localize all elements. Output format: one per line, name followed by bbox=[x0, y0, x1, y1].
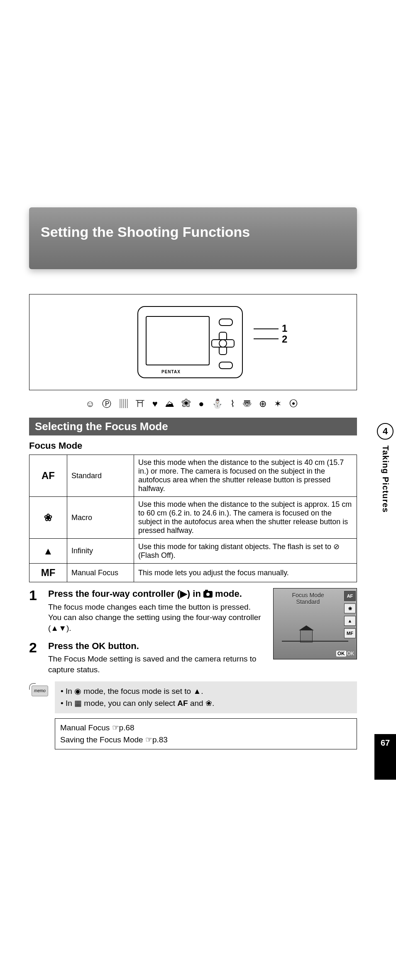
lcd-scene bbox=[282, 628, 332, 645]
memo-line-2: In ▦ mode, you can only select AF and ❀. bbox=[61, 698, 351, 710]
step-description: The focus mode changes each time the but… bbox=[48, 602, 266, 634]
focus-icon: ❀ bbox=[29, 497, 67, 539]
chapter-title: Setting the Shooting Functions bbox=[29, 207, 357, 269]
lcd-option-mf: MF bbox=[344, 628, 356, 638]
page-number: 67 bbox=[374, 734, 396, 780]
table-row: ❀ Macro Use this mode when the distance … bbox=[29, 497, 357, 539]
table-row: AF Standard Use this mode when the dista… bbox=[29, 455, 357, 497]
focus-desc: Use this mode for taking distant objects… bbox=[134, 539, 357, 564]
focus-icon: AF bbox=[29, 455, 67, 497]
callout-number-2: 2 bbox=[282, 333, 287, 345]
brand-label: PENTAX bbox=[161, 370, 181, 374]
focus-name: Macro bbox=[67, 497, 134, 539]
lcd-side-icons: AF ❀ ▲ MF bbox=[344, 591, 355, 638]
focus-mode-table: AF Standard Use this mode when the dista… bbox=[29, 455, 357, 582]
memo-row: memo In ◉ mode, the focus mode is set to… bbox=[29, 681, 357, 713]
dpad-center bbox=[219, 339, 227, 348]
step-number: 1 bbox=[29, 588, 41, 634]
memo-box: In ◉ mode, the focus mode is set to ▲. I… bbox=[55, 681, 357, 713]
memo-text: In bbox=[66, 687, 74, 695]
mode-icon-row: ☺ Ⓟ ▥ ⛩ ♥ ⛰ ❀ ● ⛄ ⌇ 〠 ⊕ ✶ ⦿ bbox=[29, 398, 357, 410]
steps-region: 1 Press the four-way controller (▶) in m… bbox=[29, 588, 357, 675]
memo-text: . bbox=[201, 687, 203, 695]
memo-text: mode, the focus mode is set to bbox=[81, 687, 193, 695]
camera-bottom-button bbox=[219, 362, 233, 369]
macro-icon: ❀ bbox=[205, 699, 212, 708]
ok-badge: OK bbox=[336, 651, 346, 657]
four-way-controller-icon bbox=[211, 332, 233, 353]
lcd-title-line1: Focus Mode bbox=[292, 592, 324, 598]
record-mode-icon: ◉ bbox=[74, 687, 81, 695]
step-title-part: Press the four-way controller (▶) in bbox=[48, 588, 203, 599]
table-title: Focus Mode bbox=[29, 440, 357, 451]
focus-icon: MF bbox=[29, 564, 67, 582]
step-title-part: mode. bbox=[213, 588, 242, 599]
focus-name: Standard bbox=[67, 455, 134, 497]
callout-line-1 bbox=[254, 328, 279, 329]
table-row: MF Manual Focus This mode lets you adjus… bbox=[29, 564, 357, 582]
callout-line-2 bbox=[254, 338, 279, 339]
step-title: Press the OK button. bbox=[48, 640, 266, 652]
step-number: 2 bbox=[29, 640, 41, 675]
callout-number-1: 1 bbox=[282, 323, 287, 334]
memo-text: mode, you can only select bbox=[82, 699, 177, 708]
step-description: The Focus Mode setting is saved and the … bbox=[48, 654, 266, 675]
focus-name: Infinity bbox=[67, 539, 134, 564]
focus-desc: Use this mode when the distance to the s… bbox=[134, 455, 357, 497]
lcd-title: Focus Mode Standard bbox=[274, 592, 342, 605]
side-label: Taking Pictures bbox=[381, 445, 390, 513]
focus-icon: ▲ bbox=[29, 539, 67, 564]
infinity-icon: ▲ bbox=[193, 687, 201, 695]
memo-line-1: In ◉ mode, the focus mode is set to ▲. bbox=[61, 686, 351, 698]
pier-icon bbox=[282, 641, 348, 642]
camera-body: PENTAX bbox=[137, 306, 243, 378]
memo-text: and bbox=[188, 699, 205, 708]
memo-text: In bbox=[66, 699, 74, 708]
lcd-ok-label: OKOK bbox=[336, 651, 354, 657]
reference-box: Manual Focus ☞p.68 Saving the Focus Mode… bbox=[55, 718, 357, 749]
camera-screen bbox=[146, 316, 210, 365]
focus-desc: This mode lets you adjust the focus manu… bbox=[134, 564, 357, 582]
camera-mode-icon bbox=[203, 591, 213, 598]
ref-line-1: Manual Focus ☞p.68 bbox=[60, 722, 352, 734]
lcd-title-line2: Standard bbox=[296, 598, 320, 605]
table-row: ▲ Infinity Use this mode for taking dist… bbox=[29, 539, 357, 564]
ok-text: OK bbox=[347, 651, 354, 657]
camera-top-button bbox=[219, 319, 233, 326]
memo-label: memo bbox=[32, 686, 48, 696]
lcd-option-af: AF bbox=[344, 591, 356, 601]
memo-icon: memo bbox=[29, 683, 49, 698]
af-text: AF bbox=[177, 699, 188, 708]
section-heading: Selecting the Focus Mode bbox=[29, 418, 357, 435]
side-tab: 4 Taking Pictures 67 bbox=[374, 207, 396, 780]
step-title: Press the four-way controller (▶) in mod… bbox=[48, 588, 266, 600]
lcd-option-infinity: ▲ bbox=[344, 616, 356, 626]
memo-text: . bbox=[212, 699, 214, 708]
ref-line-2: Saving the Focus Mode ☞p.83 bbox=[60, 734, 352, 746]
lcd-preview: Focus Mode Standard AF ❀ ▲ MF OKOK bbox=[273, 588, 357, 659]
chapter-number: 4 bbox=[377, 423, 394, 440]
camera-illustration-box: PENTAX 1 2 bbox=[29, 294, 357, 390]
content-area: Setting the Shooting Functions PENTAX 1 … bbox=[29, 207, 357, 749]
frame-mode-icon: ▦ bbox=[74, 699, 82, 708]
focus-desc: Use this mode when the distance to the s… bbox=[134, 497, 357, 539]
lcd-option-macro: ❀ bbox=[344, 603, 356, 613]
focus-name: Manual Focus bbox=[67, 564, 134, 582]
page: Setting the Shooting Functions PENTAX 1 … bbox=[0, 0, 396, 980]
